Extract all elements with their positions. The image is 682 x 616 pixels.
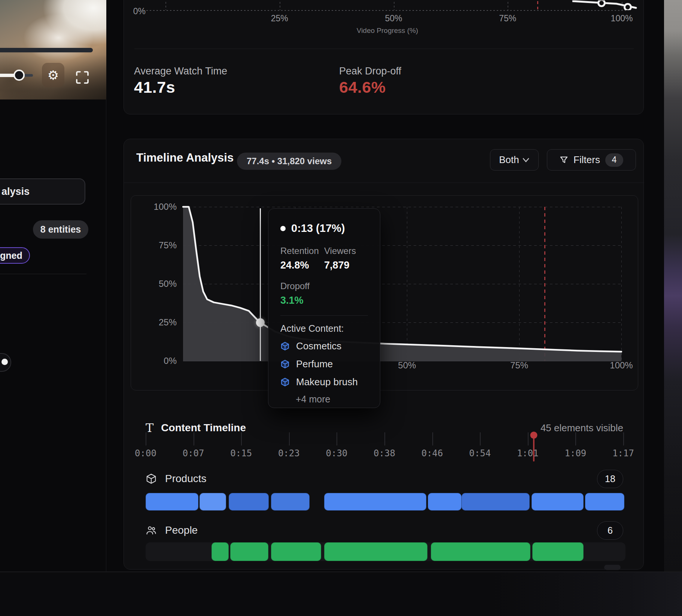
products-row-header: Products 18 — [146, 470, 623, 488]
people-count-badge: 6 — [597, 521, 623, 540]
sidebar-toggle[interactable] — [0, 353, 11, 372]
timeline-segment[interactable] — [146, 493, 198, 511]
analysis-button-label: alysis — [1, 186, 30, 197]
volume-slider-knob[interactable] — [13, 70, 25, 81]
line-marker — [599, 0, 605, 6]
ruler-time-label: 0:07 — [183, 448, 204, 459]
retention-x-tick-label: 75% — [510, 360, 528, 371]
products-track[interactable] — [146, 493, 625, 511]
timeline-segment[interactable] — [230, 542, 269, 561]
active-content-item[interactable]: Makeup brush — [280, 376, 368, 388]
viewers-label: Viewers — [324, 246, 368, 256]
chart-tooltip: 0:13 (17%) Retention 24.8% Viewers 7,879… — [268, 208, 380, 408]
timeline-segment[interactable] — [532, 542, 584, 561]
timeline-segment[interactable] — [229, 493, 269, 511]
both-dropdown[interactable]: Both — [490, 149, 539, 171]
ruler-time-label: 1:09 — [564, 448, 586, 459]
dropoff-label: Dropoff — [280, 281, 324, 291]
playhead-handle[interactable] — [530, 432, 538, 439]
timeline-card-title: Timeline Analysis — [136, 151, 234, 165]
overview-tick — [394, 2, 395, 10]
overview-axis-title: Video Progress (%) — [146, 27, 628, 35]
timeline-segment[interactable] — [585, 493, 624, 511]
overview-divider — [134, 49, 634, 49]
timeline-segment[interactable] — [324, 493, 426, 511]
retention-chart-panel: 100%75%50%25%0% 50%75%100% — [131, 195, 638, 390]
ruler-tick — [384, 432, 385, 445]
timeline-segment[interactable] — [271, 542, 322, 561]
overview-tick — [508, 2, 508, 10]
settings-button[interactable]: ⚙ — [42, 63, 64, 87]
assigned-filter-pill[interactable]: gned — [0, 247, 30, 264]
overview-y-zero-label: 0% — [128, 6, 146, 16]
cube-icon — [280, 359, 290, 369]
overview-tick — [165, 2, 166, 10]
retention-value: 24.8% — [280, 260, 324, 271]
retention-y-tick-label: 75% — [138, 240, 177, 251]
peak-dropoff-value: 64.6% — [339, 78, 386, 96]
retention-y-tick-label: 100% — [138, 202, 177, 212]
timeline-segment[interactable] — [431, 542, 531, 561]
dropoff-value: 3.1% — [280, 295, 324, 306]
time-ruler[interactable]: 0:000:070:150:230:300:380:460:541:011:09… — [146, 432, 623, 464]
active-content-item-label: Cosmetics — [296, 340, 341, 352]
video-player[interactable]: ⚙ — [0, 0, 106, 99]
retention-x-tick-label: 50% — [398, 360, 416, 371]
peak-dropoff-label: Peak Drop-off — [339, 65, 401, 77]
fullscreen-button[interactable] — [75, 70, 89, 85]
cube-icon — [280, 341, 290, 351]
people-icon — [146, 525, 157, 536]
active-content-item[interactable]: Perfume — [280, 358, 368, 370]
ruler-tick — [528, 432, 529, 445]
timeline-segment[interactable] — [200, 493, 226, 511]
timeline-segment[interactable] — [324, 542, 427, 561]
toggle-knob — [1, 359, 8, 365]
active-content-list: Cosmetics Perfume Makeup brush — [280, 340, 368, 388]
gear-icon: ⚙ — [48, 68, 59, 83]
people-track[interactable] — [146, 542, 625, 561]
overview-x-tick-label: 50% — [385, 13, 402, 24]
ruler-tick — [289, 432, 290, 445]
ruler-tick — [337, 432, 337, 445]
retention-y-tick-label: 25% — [138, 317, 177, 328]
filters-button[interactable]: Filters 4 — [547, 149, 636, 171]
ruler-time-label: 1:01 — [517, 448, 539, 459]
video-progress-bar[interactable] — [0, 48, 93, 52]
timeline-segment[interactable] — [532, 493, 584, 511]
timeline-segment[interactable] — [462, 493, 530, 511]
people-label: People — [165, 524, 198, 536]
retention-y-tick-label: 0% — [138, 356, 177, 366]
sidebar-analysis-button[interactable]: alysis — [0, 178, 85, 205]
ruler-tick — [194, 432, 194, 445]
timeline-segment[interactable] — [271, 493, 310, 511]
more-items-label[interactable]: +4 more — [280, 394, 368, 405]
package-icon — [146, 473, 157, 484]
timeline-analysis-card: Timeline Analysis 77.4s • 31,820 views B… — [124, 139, 644, 570]
hover-scrub-line — [260, 208, 261, 361]
viewers-value: 7,879 — [324, 260, 368, 271]
funnel-icon — [560, 156, 568, 164]
fullscreen-icon — [76, 71, 89, 84]
active-content-item[interactable]: Cosmetics — [280, 340, 368, 352]
overview-red-marker — [537, 1, 538, 9]
retention-plot[interactable] — [183, 207, 621, 361]
bottom-background-strip — [0, 572, 682, 616]
retention-label: Retention — [280, 246, 324, 256]
tooltip-dot-icon — [280, 226, 286, 231]
active-content-label: Active Content: — [280, 323, 368, 334]
avg-watch-time-label: Average Watch Time — [134, 65, 227, 77]
line-marker — [625, 4, 631, 10]
filters-count-badge: 4 — [605, 153, 623, 167]
desktop-background-strip — [664, 0, 682, 616]
overview-tick — [280, 2, 280, 10]
ruler-time-label: 0:23 — [278, 448, 300, 459]
scroll-hint-pill — [604, 565, 621, 570]
duration-views-badge: 77.4s • 31,820 views — [237, 153, 341, 170]
ruler-tick — [146, 432, 146, 445]
retention-y-tick-label: 50% — [138, 279, 177, 289]
timeline-segment[interactable] — [211, 542, 229, 561]
timeline-segment[interactable] — [428, 493, 462, 511]
sidebar-divider — [0, 274, 86, 274]
people-row-header: People 6 — [146, 521, 623, 539]
active-content-item-label: Makeup brush — [296, 376, 358, 388]
